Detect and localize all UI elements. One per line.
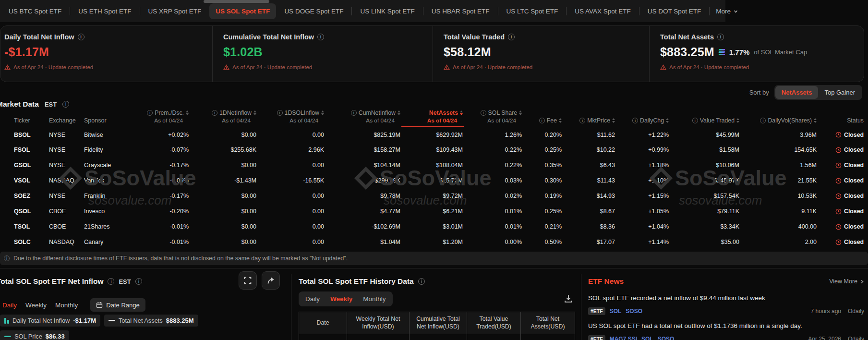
column-header-dailychg[interactable]: DailyChg	[616, 109, 670, 127]
info-icon[interactable]	[147, 110, 153, 116]
news-link-sol[interactable]: SOL	[641, 336, 653, 340]
column-header-1dnetinflow[interactable]: 1DNetInflowAs of 04/24	[190, 109, 257, 127]
legend-daily-total-net-inflow[interactable]: Daily Total Net Inflow-$1.17M	[0, 315, 100, 327]
table-row-qsol[interactable]: QSOLCBOEInvesco-0.20%$0.000.00$4.77M$6.2…	[0, 204, 865, 219]
info-icon[interactable]	[760, 118, 766, 123]
sort-segmented-control: NetAssetsTop Gainer	[774, 85, 862, 100]
info-icon[interactable]	[317, 34, 324, 40]
history-tab-weekly[interactable]: Weekly	[325, 293, 358, 305]
info-icon[interactable]	[539, 118, 545, 123]
info-icon[interactable]	[351, 110, 357, 116]
info-icon[interactable]	[692, 118, 698, 123]
table-row-fsol[interactable]: FSOLNYSEFidelity-0.07%$255.68K2.96K$158.…	[0, 142, 865, 158]
column-label: Value Traded	[700, 117, 735, 124]
sort-caret-icon	[186, 110, 189, 115]
column-header-1dsolinflow[interactable]: 1DSOLInflowAs of 04/24	[257, 109, 325, 127]
sponsor-cell: VanEck	[83, 173, 129, 188]
news-link-soso[interactable]: SOSO	[658, 336, 675, 340]
view-more-link[interactable]: View More	[829, 278, 864, 285]
table-row-solc[interactable]: SOLCNASDAQCanary-0.01%$0.000.00$1.04M$1.…	[0, 234, 865, 250]
column-label: Status	[847, 117, 864, 124]
sort-option-top-gainer[interactable]: Top Gainer	[818, 86, 861, 99]
chart-legend-row: SOL Price$86.33	[0, 330, 69, 340]
legend-sol-price[interactable]: SOL Price$86.33	[0, 330, 69, 340]
nav-tab-us-hbar-spot-etf[interactable]: US HBAR Spot ETF	[430, 3, 492, 19]
chevron-right-icon	[860, 279, 864, 284]
legend-total-net-assets[interactable]: Total Net Assets$883.25M	[104, 315, 198, 327]
chart-tab-daily[interactable]: Daily	[2, 302, 17, 309]
column-header-dailyvol-shares-[interactable]: DailyVol(Shares)	[740, 109, 818, 127]
history-tab-monthly[interactable]: Monthly	[358, 293, 391, 305]
column-header-prem-dsc-[interactable]: Prem./Dsc.As of 04/24	[129, 109, 190, 127]
table-row-gsol[interactable]: GSOLNYSEGrayscale-0.17%$0.000.00$104.14M…	[0, 158, 865, 173]
value-cell: 0.21%	[523, 219, 563, 234]
info-icon[interactable]	[135, 278, 142, 285]
column-header-fee[interactable]: Fee	[523, 109, 563, 127]
clock-icon	[835, 132, 842, 138]
table-row-soez[interactable]: SOEZNYSEFranklin-0.17%$0.000.00$9.78M$9.…	[0, 188, 865, 204]
tab-scrollbar-thumb[interactable]	[204, 0, 269, 3]
value-cell: -$299.09K	[325, 173, 401, 188]
value-cell: +1.22%	[616, 127, 670, 142]
info-icon[interactable]	[212, 110, 217, 116]
table-row-bsol[interactable]: BSOLNYSEBitwise+0.02%$0.000.00$825.19M$6…	[0, 127, 865, 142]
history-panel-header: Total SOL Spot ETF History Data	[299, 277, 425, 286]
info-icon[interactable]	[481, 110, 486, 116]
news-item-title[interactable]: SOL spot ETF recorded a net inflow of $9…	[588, 294, 864, 302]
nav-tab-us-link-spot-etf[interactable]: US LINK Spot ETF	[358, 3, 416, 19]
news-link-sol[interactable]: SOL	[610, 308, 622, 315]
info-icon[interactable]	[632, 118, 638, 123]
fullscreen-button[interactable]	[239, 271, 257, 290]
market-data-table: TickerExchangeSponsorPrem./Dsc.As of 04/…	[0, 109, 865, 250]
column-header-netassets[interactable]: NetAssetsAs of 04/24	[401, 109, 464, 127]
nav-tab-us-doge-spot-etf[interactable]: US DOGE Spot ETF	[282, 3, 345, 19]
download-button[interactable]	[564, 294, 573, 304]
nav-tab-us-eth-spot-etf[interactable]: US ETH Spot ETF	[76, 3, 133, 19]
nav-tab-us-avax-spot-etf[interactable]: US AVAX Spot ETF	[573, 3, 633, 19]
sort-option-netassets[interactable]: NetAssets	[775, 86, 819, 99]
share-button[interactable]	[262, 271, 280, 290]
sort-bar: Sort by NetAssetsTop Gainer	[749, 85, 862, 100]
date-range-button[interactable]: Date Range	[90, 298, 145, 312]
history-value-cell: $883.25M	[521, 334, 575, 340]
column-header-value-traded[interactable]: Value Traded	[670, 109, 740, 127]
info-icon[interactable]	[717, 34, 724, 40]
history-column-2: Weekly Total Net Inflow(USD)	[347, 312, 410, 334]
exchange-cell: NASDAQ	[48, 173, 83, 188]
chart-tab-weekly[interactable]: Weekly	[25, 302, 47, 309]
table-row-tsol[interactable]: TSOLCBOE21Shares-0.01%$0.000.00-$102.69M…	[0, 219, 865, 234]
nav-tab-us-dot-spot-etf[interactable]: US DOT Spot ETF	[646, 3, 703, 19]
news-link-mag7-ssi[interactable]: MAG7.SSI	[610, 336, 637, 340]
stats-strip: Daily Total Net Inflow-$1.17MAs of Apr 2…	[0, 25, 864, 82]
nav-tab-us-sol-spot-etf[interactable]: US SOL Spot ETF	[209, 3, 276, 19]
chart-tab-monthly[interactable]: Monthly	[55, 302, 78, 309]
column-header-cumnetinflow[interactable]: CumNetInflowAs of 04/24	[325, 109, 401, 127]
history-column-3: Cumulative Total Net Inflow(USD)	[410, 312, 467, 334]
info-icon[interactable]	[108, 278, 114, 285]
news-link-soso[interactable]: SOSO	[626, 308, 642, 315]
nav-tab-us-btc-spot-etf[interactable]: US BTC Spot ETF	[7, 3, 63, 19]
history-tab-daily[interactable]: Daily	[300, 293, 325, 305]
column-header-mktprice[interactable]: MktPrice	[563, 109, 616, 127]
nav-tab-us-ltc-spot-etf[interactable]: US LTC Spot ETF	[505, 3, 560, 19]
column-header-sol-share[interactable]: SOL ShareAs of 04/24	[464, 109, 523, 127]
value-cell: $3.34K	[670, 219, 740, 234]
date-range-label: Date Range	[106, 302, 139, 309]
column-label: MktPrice	[587, 117, 610, 124]
info-icon[interactable]	[508, 34, 515, 40]
chart-controls: DailyWeeklyMonthly Date Range	[2, 298, 145, 312]
nav-more-button[interactable]: More	[716, 8, 738, 15]
info-icon[interactable]	[78, 34, 84, 40]
legend-dash-icon	[108, 320, 115, 321]
nav-tab-us-xrp-spot-etf[interactable]: US XRP Spot ETF	[146, 3, 204, 19]
value-cell: $0.00	[190, 234, 257, 250]
sort-caret-icon	[559, 118, 562, 123]
info-icon[interactable]	[418, 278, 425, 285]
info-icon[interactable]	[277, 110, 283, 116]
chart-legend-row: Daily Total Net Inflow-$1.17MTotal Net A…	[0, 315, 198, 327]
info-icon[interactable]	[62, 101, 69, 108]
value-cell: 400.00	[740, 219, 818, 234]
news-item-title[interactable]: US SOL spot ETF had a total net outflow …	[588, 322, 864, 329]
table-row-vsol[interactable]: VSOLNASDAQVanEck-0.05%-$1.43M-16.55K-$29…	[0, 173, 865, 188]
info-icon[interactable]	[579, 118, 585, 123]
